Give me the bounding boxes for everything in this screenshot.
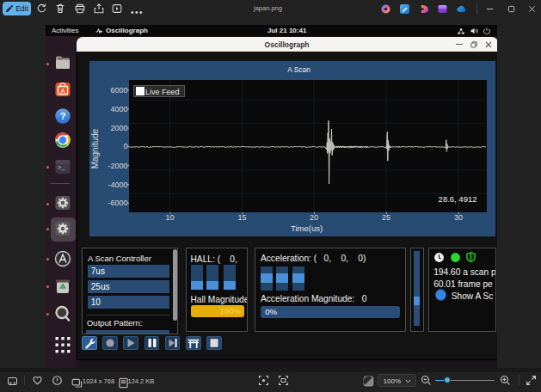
svg-text:?: ? (60, 111, 66, 121)
svg-text:A: A (60, 86, 65, 94)
svg-text:>_: >_ (58, 163, 65, 170)
